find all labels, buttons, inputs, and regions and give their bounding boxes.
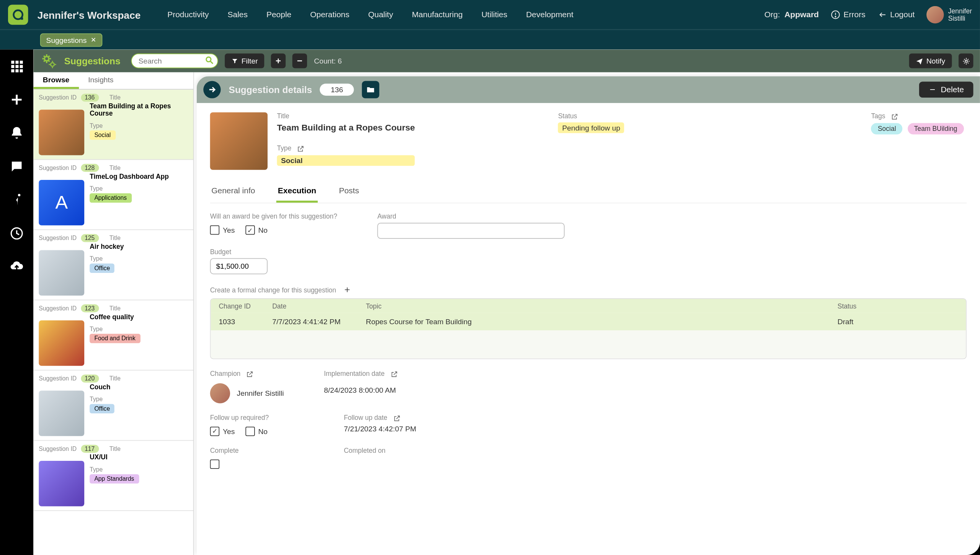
edit-icon[interactable]: [247, 371, 254, 378]
nav-productivity[interactable]: Productivity: [167, 10, 209, 19]
running-icon[interactable]: [9, 193, 24, 207]
list-item[interactable]: Suggestion ID123TitleCoffee qualityTypeF…: [33, 300, 193, 371]
nav-manufacturing[interactable]: Manufacturing: [412, 10, 463, 19]
back-button[interactable]: [203, 81, 220, 98]
add-button[interactable]: [271, 54, 286, 68]
dtab-posts[interactable]: Posts: [338, 182, 360, 202]
svg-point-4: [835, 16, 836, 17]
budget-input[interactable]: [210, 258, 268, 274]
tag-social[interactable]: Social: [871, 123, 903, 134]
search-icon[interactable]: [205, 56, 214, 65]
edit-icon[interactable]: [390, 371, 398, 378]
notify-button[interactable]: Notify: [909, 54, 952, 68]
send-icon: [916, 57, 923, 64]
remove-button[interactable]: [292, 54, 307, 68]
svg-line-22: [211, 61, 213, 64]
close-icon[interactable]: ✕: [91, 36, 96, 43]
list-item[interactable]: Suggestion ID125TitleAir hockeyTypeOffic…: [33, 230, 193, 300]
minus-icon: [929, 86, 937, 94]
user-last-name: Sistilli: [948, 15, 972, 22]
award-input[interactable]: [377, 223, 565, 239]
module-gear-icon[interactable]: [40, 52, 57, 69]
list-item[interactable]: Suggestion ID128TitleATimeLog Dashboard …: [33, 160, 193, 230]
svg-rect-11: [20, 65, 23, 68]
errors-button[interactable]: Errors: [831, 10, 865, 19]
apps-icon[interactable]: [9, 59, 24, 73]
arrow-right-icon: [207, 85, 217, 94]
list-tabs: Browse Insights: [33, 72, 193, 90]
complete-label: Complete: [210, 447, 304, 454]
nav-people[interactable]: People: [266, 10, 291, 19]
nav-development[interactable]: Development: [526, 10, 573, 19]
award-yes-checkbox[interactable]: Yes: [210, 225, 235, 235]
award-no-checkbox[interactable]: ✓No: [245, 225, 268, 235]
arrow-left-icon: [877, 10, 887, 19]
svg-point-20: [51, 63, 54, 66]
edit-icon[interactable]: [393, 415, 400, 422]
tab-insights[interactable]: Insights: [79, 72, 123, 89]
page-title: Suggestions: [64, 56, 121, 66]
change-table: Change ID Date Topic Status 1033 7/7/202…: [210, 298, 967, 359]
change-label: Create a formal change for this suggesti…: [210, 286, 336, 293]
clock-icon[interactable]: [9, 226, 24, 241]
award-question: Will an award be given for this suggesti…: [210, 213, 337, 220]
svg-rect-7: [15, 61, 18, 64]
vertical-sidebar: [0, 49, 33, 555]
complete-checkbox[interactable]: [210, 459, 219, 468]
toolbar: Suggestions Filter Count: 6 Notify: [33, 49, 980, 72]
folder-icon: [366, 85, 375, 94]
user-first-name: Jennifer: [948, 7, 972, 15]
nav-quality[interactable]: Quality: [368, 10, 393, 19]
bell-icon[interactable]: [9, 126, 24, 140]
add-change-button[interactable]: ＋: [343, 284, 352, 295]
edit-icon[interactable]: [891, 113, 898, 120]
folder-button[interactable]: [362, 81, 379, 98]
detail-header-title: Suggestion details: [229, 84, 312, 95]
plus-icon[interactable]: [9, 92, 24, 107]
svg-rect-14: [20, 69, 23, 72]
followup-yes-checkbox[interactable]: ✓Yes: [210, 427, 235, 436]
champion-avatar: [210, 383, 230, 403]
chat-icon[interactable]: [9, 159, 24, 174]
tab-chip-suggestions[interactable]: Suggestions ✕: [40, 33, 102, 46]
delete-button[interactable]: Delete: [919, 82, 973, 98]
nav-utilities[interactable]: Utilities: [482, 10, 508, 19]
list-item[interactable]: Suggestion ID120TitleCouchTypeOffice: [33, 371, 193, 441]
nav-sales[interactable]: Sales: [228, 10, 248, 19]
user-menu[interactable]: Jennifer Sistilli: [927, 6, 972, 23]
nav-operations[interactable]: Operations: [310, 10, 350, 19]
svg-point-21: [206, 57, 211, 62]
champion-name: Jennifer Sistilli: [237, 389, 284, 397]
dtab-general[interactable]: General info: [210, 182, 256, 202]
type-value: Social: [277, 155, 415, 166]
svg-rect-1: [21, 18, 23, 20]
detail-tabs: General info Execution Posts: [210, 182, 967, 203]
svg-point-19: [44, 57, 49, 61]
logout-button[interactable]: Logout: [877, 10, 915, 19]
followup-no-checkbox[interactable]: No: [245, 427, 268, 436]
tab-browse[interactable]: Browse: [33, 72, 78, 89]
dtab-execution[interactable]: Execution: [276, 182, 317, 202]
list-item[interactable]: Suggestion ID117TitleUX/UITypeApp Standa…: [33, 441, 193, 511]
svg-rect-10: [15, 65, 18, 68]
detail-header: Suggestion details 136 Delete: [197, 76, 980, 103]
svg-rect-9: [11, 65, 14, 68]
settings-button[interactable]: [959, 54, 973, 68]
change-row[interactable]: 1033 7/7/2023 4:41:42 PM Ropes Course fo…: [211, 313, 966, 330]
status-value: Pending follow up: [558, 122, 624, 133]
svg-rect-12: [11, 69, 14, 72]
list-scroll[interactable]: Suggestion ID136TitleTeam Building at a …: [33, 90, 193, 555]
edit-icon[interactable]: [297, 145, 305, 152]
svg-point-26: [965, 60, 967, 62]
alert-icon: [831, 10, 840, 19]
budget-label: Budget: [210, 248, 268, 255]
followup-date-value: 7/21/2023 4:42:07 PM: [344, 424, 416, 433]
tag-teambuilding[interactable]: Team BUilding: [907, 123, 964, 134]
cloud-upload-icon[interactable]: [9, 260, 24, 274]
list-item[interactable]: Suggestion ID136TitleTeam Building at a …: [33, 90, 193, 160]
minus-icon: [296, 57, 304, 65]
app-logo[interactable]: [8, 5, 28, 24]
filter-button[interactable]: Filter: [225, 54, 265, 68]
top-nav: Productivity Sales People Operations Qua…: [167, 10, 764, 19]
gear-icon: [962, 57, 970, 65]
